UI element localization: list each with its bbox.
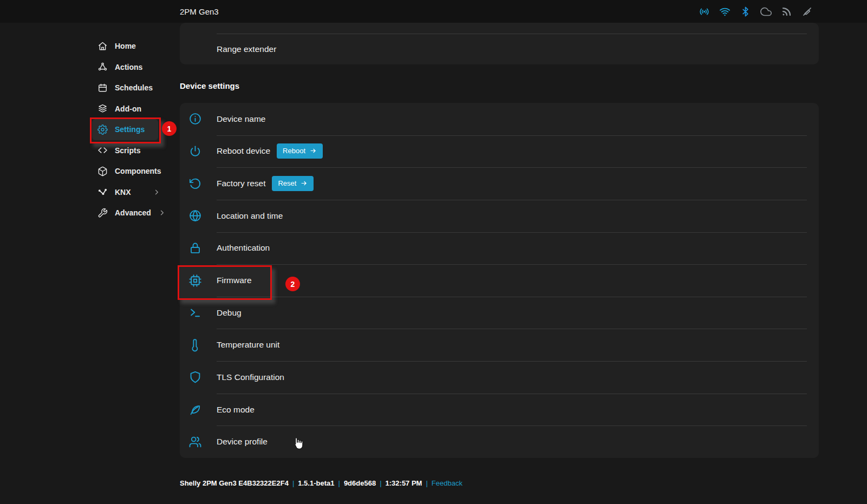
footer-separator: | xyxy=(338,479,340,487)
row-label: Temperature unit xyxy=(217,340,279,350)
sidebar-item-knx[interactable]: KNX xyxy=(92,182,166,203)
row-label: Range extender xyxy=(217,44,276,54)
sidebar-item-label: Schedules xyxy=(115,83,153,92)
users-icon xyxy=(188,435,202,449)
actions-icon xyxy=(97,62,108,72)
info-icon xyxy=(188,112,202,126)
settings-row-temperature-unit[interactable]: Temperature unit xyxy=(180,329,819,361)
settings-row-eco-mode[interactable]: Eco mode xyxy=(180,394,819,426)
addon-icon xyxy=(97,103,108,114)
range-extender-card: Range extender xyxy=(180,23,819,64)
settings-row-reboot-device[interactable]: Reboot deviceReboot xyxy=(180,135,819,168)
footer: Shelly 2PM Gen3 E4B32322E2F4 | 1.5.1-bet… xyxy=(180,479,462,487)
components-icon xyxy=(97,166,108,176)
sidebar-item-scripts[interactable]: Scripts xyxy=(92,140,166,161)
signal-bars-icon xyxy=(190,43,201,55)
row-label: Firmware xyxy=(217,276,252,285)
row-label: Eco mode xyxy=(217,405,255,415)
row-label: Location and time xyxy=(217,211,283,221)
annotation-badge-1: 1 xyxy=(162,121,177,136)
sidebar-item-home[interactable]: Home xyxy=(92,36,166,57)
sidebar-item-settings[interactable]: Settings xyxy=(92,119,158,140)
reset-button[interactable]: Reset xyxy=(272,176,314,191)
footer-firmware-version: 1.5.1-beta1 xyxy=(298,479,334,487)
settings-gear-icon xyxy=(97,125,108,135)
shelly-device-ui: 2PM Gen3 HomeActionsSchedulesAdd-onSetti… xyxy=(0,0,867,504)
button-label: Reset xyxy=(278,179,296,187)
settings-row-range-extender[interactable]: Range extender xyxy=(180,34,819,64)
row-label: Device name xyxy=(217,114,265,124)
mqtt-icon xyxy=(781,6,792,17)
settings-row-location-and-time[interactable]: Location and time xyxy=(180,200,819,232)
lock-icon xyxy=(188,241,202,255)
row-label: Debug xyxy=(217,308,242,318)
power-icon xyxy=(188,145,202,158)
sidebar-item-label: Advanced xyxy=(115,208,151,217)
bluetooth-icon xyxy=(740,6,751,17)
arrow-right-icon xyxy=(310,147,317,154)
globe-icon xyxy=(188,209,202,222)
sidebar-item-add-on[interactable]: Add-on xyxy=(92,99,166,120)
home-icon xyxy=(97,41,108,51)
sidebar-item-label: Home xyxy=(115,42,136,50)
settings-row-firmware[interactable]: Firmware xyxy=(180,264,819,297)
advanced-icon xyxy=(97,208,108,218)
settings-row-authentication[interactable]: Authentication xyxy=(180,232,819,265)
sidebar-item-label: Add-on xyxy=(115,104,141,113)
footer-separator: | xyxy=(292,479,294,487)
settings-row-factory-reset[interactable]: Factory resetReset xyxy=(180,167,819,200)
knx-icon xyxy=(97,187,108,197)
footer-separator: | xyxy=(380,479,381,487)
device-settings-card: Device nameReboot deviceRebootFactory re… xyxy=(180,103,819,458)
leaf-icon xyxy=(188,403,202,416)
reset-icon xyxy=(188,177,202,191)
button-label: Reboot xyxy=(283,147,305,155)
reboot-button[interactable]: Reboot xyxy=(277,143,323,159)
settings-row-device-profile[interactable]: Device profile xyxy=(180,426,819,458)
sidebar-item-components[interactable]: Components xyxy=(92,161,166,182)
settings-row-tls-configuration[interactable]: TLS Configuration xyxy=(180,361,819,394)
page-title: 2PM Gen3 xyxy=(180,0,219,23)
sidebar-item-label: Scripts xyxy=(115,146,140,155)
sidebar-item-label: KNX xyxy=(115,188,131,197)
footer-build-hash: 9d6de568 xyxy=(344,479,376,487)
chevron-right-icon xyxy=(158,209,166,217)
status-icon-bar xyxy=(699,0,813,23)
sidebar-item-label: Settings xyxy=(115,125,145,134)
shield-icon xyxy=(188,370,202,384)
sidebar-item-label: Components xyxy=(115,167,161,175)
sidebar-item-label: Actions xyxy=(115,63,142,71)
terminal-icon xyxy=(188,306,202,319)
knx-status-icon xyxy=(801,6,813,17)
footer-device-time: 1:32:57 PM xyxy=(386,479,422,487)
wifi-icon xyxy=(719,6,731,17)
topbar: 2PM Gen3 xyxy=(0,0,867,23)
section-title: Device settings xyxy=(180,81,239,90)
cloud-icon xyxy=(760,6,772,17)
thermometer-icon xyxy=(188,338,202,352)
footer-device-id: Shelly 2PM Gen3 E4B32322E2F4 xyxy=(180,479,289,487)
cpu-icon xyxy=(188,274,202,287)
footer-separator: | xyxy=(426,479,427,487)
ap-mode-icon xyxy=(699,6,710,17)
arrow-right-icon xyxy=(301,180,308,187)
row-label: Reboot device xyxy=(217,146,270,156)
sidebar-item-schedules[interactable]: Schedules xyxy=(92,77,166,99)
settings-row-device-name[interactable]: Device name xyxy=(180,103,819,135)
scripts-icon xyxy=(97,145,108,155)
row-label: Device profile xyxy=(217,437,268,447)
sidebar-item-actions[interactable]: Actions xyxy=(92,57,166,78)
sidebar-item-advanced[interactable]: Advanced xyxy=(92,202,166,224)
feedback-link[interactable]: Feedback xyxy=(432,479,462,487)
row-label: Factory reset xyxy=(217,179,265,188)
row-label: Authentication xyxy=(217,243,270,253)
chevron-right-icon xyxy=(153,188,160,196)
settings-row-debug[interactable]: Debug xyxy=(180,297,819,329)
schedules-icon xyxy=(97,83,108,93)
row-label: TLS Configuration xyxy=(217,372,284,382)
